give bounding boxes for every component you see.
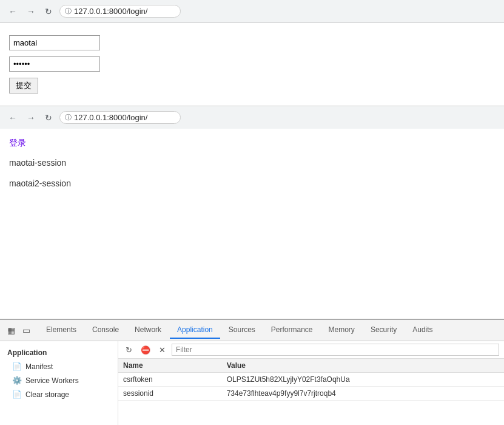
tab-network[interactable]: Network	[127, 322, 169, 339]
login-link[interactable]: 登录	[9, 138, 26, 148]
forward-button-2[interactable]: →	[24, 112, 38, 124]
manifest-icon: 📄	[12, 362, 22, 371]
back-button-2[interactable]: ←	[6, 112, 19, 124]
username-input[interactable]	[9, 35, 100, 50]
browser-toolbar-top: ← → ↻ ⓘ 127.0.0.1:8000/login/	[0, 0, 504, 23]
devtools-sidebar: Application 📄 Manifest ⚙️ Service Worker…	[0, 341, 118, 425]
devtools-icon-group: ▦ ▭	[5, 324, 33, 336]
reload-button-2[interactable]: ↻	[42, 112, 55, 124]
devtools-body: Application 📄 Manifest ⚙️ Service Worker…	[0, 341, 504, 425]
tab-security[interactable]: Security	[363, 322, 404, 339]
forward-button[interactable]: →	[24, 5, 38, 18]
tab-memory[interactable]: Memory	[321, 322, 362, 339]
tab-audits[interactable]: Audits	[405, 322, 440, 339]
tab-sources[interactable]: Sources	[221, 322, 263, 339]
session2-text: maotai2-session	[9, 177, 495, 190]
devtools-tabs-bar: ▦ ▭ Elements Console Network Application…	[0, 320, 504, 341]
sidebar-item-manifest-label: Manifest	[25, 362, 53, 371]
sidebar-item-service-workers[interactable]: ⚙️ Service Workers	[0, 373, 118, 387]
password-input[interactable]	[9, 56, 100, 72]
page-top: 提交	[0, 23, 504, 106]
tab-console[interactable]: Console	[85, 322, 126, 339]
filter-input[interactable]	[172, 344, 499, 356]
browser-toolbar-second: ← → ↻ ⓘ 127.0.0.1:8000/login/	[0, 106, 504, 129]
clear-toolbar-button[interactable]: ✕	[156, 344, 168, 356]
address-bar-second[interactable]: ⓘ 127.0.0.1:8000/login/	[59, 111, 181, 124]
back-button[interactable]: ←	[6, 5, 19, 18]
block-toolbar-button[interactable]: ⛔	[138, 344, 153, 356]
clear-storage-icon: 📄	[12, 390, 22, 399]
cookies-table-container: Name Value csrftoken OLPS1ZUt5h82XLyjlyY…	[118, 359, 504, 425]
devtools-main-toolbar: ↻ ⛔ ✕	[118, 341, 504, 359]
col-header-value: Value	[222, 359, 504, 373]
url-text-second: 127.0.0.1:8000/login/	[74, 113, 147, 122]
cookie-name-csrftoken: csrftoken	[118, 373, 222, 387]
sidebar-item-clear-storage[interactable]: 📄 Clear storage	[0, 387, 118, 401]
sidebar-item-clear-storage-label: Clear storage	[25, 390, 69, 399]
lock-icon-2: ⓘ	[65, 113, 72, 122]
refresh-toolbar-button[interactable]: ↻	[123, 344, 135, 356]
cookie-value-csrftoken: OLPS1ZUt5h82XLyjlyY02Ft3faOqhUa	[222, 373, 504, 387]
page-second: 登录 maotai-session maotai2-session	[0, 129, 504, 200]
table-row[interactable]: csrftoken OLPS1ZUt5h82XLyjlyY02Ft3faOqhU…	[118, 373, 504, 387]
url-text-top: 127.0.0.1:8000/login/	[74, 7, 147, 16]
sidebar-section-application: Application	[0, 346, 118, 359]
sidebar-item-service-workers-label: Service Workers	[25, 376, 79, 385]
cookies-table: Name Value csrftoken OLPS1ZUt5h82XLyjlyY…	[118, 359, 504, 401]
inspect-element-icon[interactable]: ▦	[5, 324, 18, 336]
cookie-name-sessionid: sessionid	[118, 387, 222, 401]
service-workers-icon: ⚙️	[12, 376, 22, 385]
reload-button[interactable]: ↻	[42, 5, 55, 18]
session1-text: maotai-session	[9, 156, 495, 169]
device-mode-icon[interactable]: ▭	[20, 324, 33, 336]
address-bar-top[interactable]: ⓘ 127.0.0.1:8000/login/	[59, 5, 181, 18]
sidebar-item-manifest[interactable]: 📄 Manifest	[0, 359, 118, 373]
devtools-panel: ▦ ▭ Elements Console Network Application…	[0, 319, 504, 425]
tab-performance[interactable]: Performance	[264, 322, 320, 339]
lock-icon: ⓘ	[65, 7, 72, 16]
tab-elements[interactable]: Elements	[39, 322, 84, 339]
submit-button[interactable]: 提交	[9, 78, 38, 93]
table-row[interactable]: sessionid 734e73flhteav4p9fyy9l7v7rjtroq…	[118, 387, 504, 401]
col-header-name: Name	[118, 359, 222, 373]
tab-application[interactable]: Application	[170, 322, 220, 339]
cookie-value-sessionid: 734e73flhteav4p9fyy9l7v7rjtroqb4	[222, 387, 504, 401]
devtools-main-panel: ↻ ⛔ ✕ Name Value csrftoken	[118, 341, 504, 425]
